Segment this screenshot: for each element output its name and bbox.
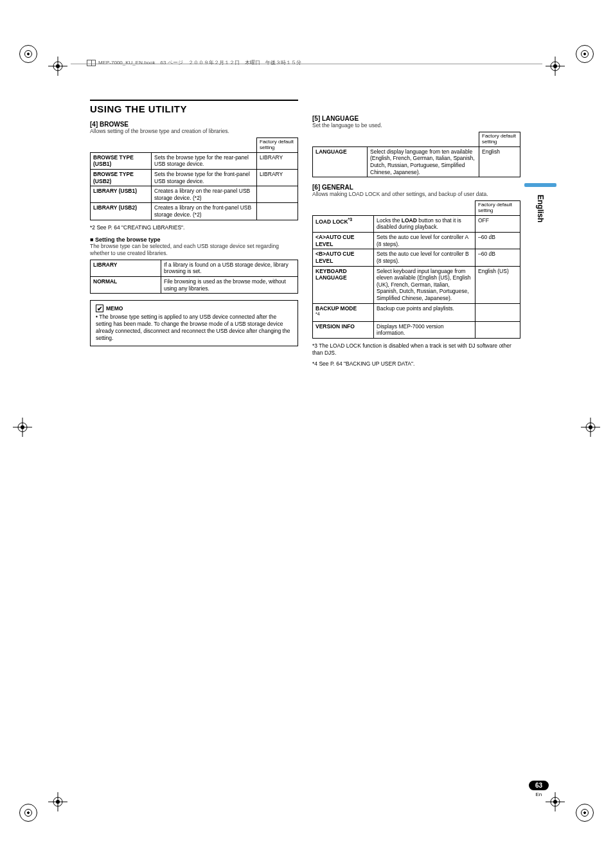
section-title: USING THE UTILITY (90, 100, 298, 114)
svg-point-15 (553, 800, 557, 804)
table-row: LIBRARY If a library is found on a USB s… (91, 260, 298, 276)
svg-point-11 (56, 800, 60, 804)
registration-mark (576, 804, 594, 823)
check-icon: ✔ (96, 305, 103, 312)
side-language-label: English (536, 195, 545, 222)
page-number: 63 (529, 781, 549, 790)
browse-sub: Allows setting of the browse type and cr… (90, 128, 298, 135)
crop-mark (581, 418, 600, 437)
header-meta-text: MEP-7000_KU_EN.book 63 ページ ２００９年２月１２日 木曜… (98, 59, 301, 66)
table-row: LANGUAGE Select display language from te… (313, 146, 520, 177)
crop-mark (13, 418, 32, 437)
svg-point-7 (553, 64, 557, 68)
browse-type-table: LIBRARY If a library is found on a USB s… (90, 260, 298, 294)
language-table: Factory default setting LANGUAGE Select … (312, 132, 520, 177)
factory-header: Factory default setting (257, 138, 298, 153)
browse-table: Factory default setting BROWSE TYPE (USB… (90, 137, 298, 220)
left-column: USING THE UTILITY [4] BROWSE Allows sett… (90, 80, 298, 371)
browse-type-sub: The browse type can be selected, and eac… (90, 243, 298, 257)
browse-heading: [4] BROWSE (90, 121, 298, 128)
memo-box: ✔ MEMO The browse type setting is applie… (90, 300, 298, 346)
table-row: <A>AUTO CUE LEVEL Sets the auto cue leve… (313, 233, 520, 249)
section-title-text: USING THE UTILITY (90, 103, 298, 114)
table-row: KEYBOARD LANGUAGE Select keyboard input … (313, 266, 520, 303)
factory-header: Factory default setting (475, 201, 520, 216)
table-row: LOAD LOCK*3 Locks the LOAD button so tha… (313, 215, 520, 232)
header-metadata: MEP-7000_KU_EN.book 63 ページ ２００９年２月１２日 木曜… (87, 59, 301, 66)
language-heading: [5] LANGUAGE (312, 115, 520, 122)
svg-point-19 (21, 425, 24, 429)
footnote-2: *2 See P. 64 "CREATING LIBRARIES". (90, 224, 298, 231)
book-icon (87, 60, 96, 66)
table-row: LIBRARY (USB2) Creates a library on the … (91, 203, 298, 220)
page-lang: En (529, 792, 549, 797)
side-tab: English (524, 183, 556, 222)
registration-mark (19, 45, 37, 64)
browse-type-heading: Setting the browse type (90, 236, 298, 243)
language-sub: Set the language to be used. (312, 122, 520, 129)
table-row: BACKUP MODE*4 Backup cue points and play… (313, 303, 520, 321)
table-row: <B>AUTO CUE LEVEL Sets the auto cue leve… (313, 249, 520, 266)
general-table: Factory default setting LOAD LOCK*3 Lock… (312, 200, 520, 339)
general-heading: [6] GENERAL (312, 184, 520, 191)
side-tab-accent (524, 183, 556, 187)
general-sub: Allows making LOAD LOCK and other settin… (312, 191, 520, 198)
crop-mark (48, 792, 67, 811)
crop-mark (546, 57, 565, 76)
memo-title: MEMO (106, 305, 123, 312)
footnote-3: *3 The LOAD LOCK function is disabled wh… (312, 342, 520, 357)
registration-mark (576, 45, 594, 64)
table-row: NORMAL File browsing is used as the brow… (91, 277, 298, 294)
table-row: BROWSE TYPE (USB2) Sets the browse type … (91, 169, 298, 186)
svg-point-3 (56, 64, 60, 68)
factory-header: Factory default setting (479, 132, 520, 147)
svg-point-23 (589, 425, 592, 429)
memo-item: The browse type setting is applied to an… (96, 314, 292, 342)
registration-mark (19, 804, 37, 823)
footnote-4: *4 See P. 64 "BACKING UP USER DATA". (312, 360, 520, 368)
crop-mark (48, 57, 67, 76)
right-column: [5] LANGUAGE Set the language to be used… (312, 80, 520, 371)
table-row: VERSION INFO Displays MEP-7000 version i… (313, 321, 520, 338)
table-row: BROWSE TYPE (USB1) Sets the browse type … (91, 152, 298, 169)
page-badge: 63 En (529, 781, 549, 797)
table-row: LIBRARY (USB1) Creates a library on the … (91, 186, 298, 203)
